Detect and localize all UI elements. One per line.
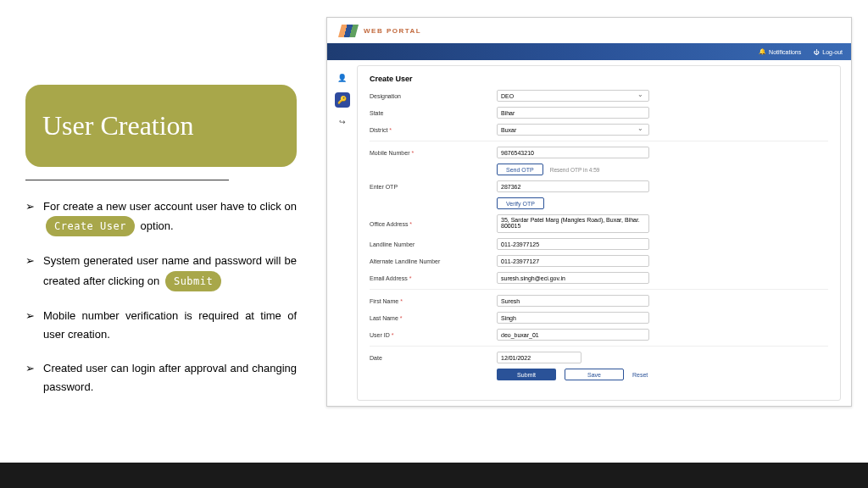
create-user-pill: Create User [46, 216, 135, 236]
logout-link[interactable]: ⏻ Log-out [814, 49, 843, 55]
state-label: State [370, 110, 497, 116]
userid-label: User ID * [370, 332, 497, 338]
office-input[interactable]: 35, Sardar Patel Marg (Mangles Road), Bu… [497, 214, 649, 233]
instruction-list: For create a new user account user have … [25, 197, 297, 396]
user-icon[interactable]: 👤 [335, 70, 350, 86]
page-title: User Creation [42, 110, 280, 141]
designation-select[interactable]: DEO [497, 90, 649, 102]
key-icon[interactable]: 🔑 [335, 92, 350, 108]
designation-label: Designation [370, 93, 497, 99]
power-icon: ⏻ [814, 49, 820, 55]
form-title: Create User [370, 75, 828, 83]
title-underline [25, 180, 229, 180]
bottom-bar [0, 463, 868, 488]
resend-timer: Resend OTP in 4:59 [550, 167, 600, 173]
mobile-input[interactable]: 9876543210 [497, 147, 649, 158]
email-input[interactable]: suresh.singh@eci.gov.in [497, 272, 649, 284]
verify-otp-button[interactable]: Verify OTP [497, 197, 544, 209]
landline-input[interactable]: 011-23977125 [497, 238, 649, 250]
district-select[interactable]: Buxar [497, 124, 649, 136]
logo-icon [338, 25, 359, 37]
mobile-label: Mobile Number * [370, 150, 497, 156]
otp-label: Enter OTP [370, 184, 497, 190]
date-input[interactable]: 12/01/2022 [497, 352, 581, 363]
email-label: Email Address * [370, 275, 497, 281]
instruction-text: Mobile number verification is required a… [43, 307, 297, 344]
send-otp-button[interactable]: Send OTP [497, 164, 543, 175]
instruction-item: Mobile number verification is required a… [25, 307, 297, 344]
logout-label: Log-out [822, 49, 843, 55]
alt-landline-label: Alternate Landline Number [370, 258, 497, 264]
state-input[interactable]: Bihar [497, 107, 649, 119]
title-box: User Creation [25, 85, 297, 167]
portal-header: WEB PORTAL [327, 18, 851, 43]
divider [370, 141, 828, 141]
firstname-label: First Name * [370, 298, 497, 304]
save-button[interactable]: Save [565, 369, 624, 380]
notifications-label: Notifications [769, 49, 801, 55]
instruction-text: For create a new user account user have … [43, 200, 297, 213]
instruction-text: Created user can login after approval an… [43, 359, 297, 396]
instruction-item: Created user can login after approval an… [25, 359, 297, 396]
instruction-panel: User Creation For create a new user acco… [25, 85, 297, 412]
portal-frame: WEB PORTAL 🔔 Notifications ⏻ Log-out 👤 🔑… [326, 17, 852, 407]
instruction-item: For create a new user account user have … [25, 197, 297, 236]
divider [370, 289, 828, 290]
office-label: Office Address * [370, 221, 497, 227]
submit-button[interactable]: Submit [497, 369, 556, 380]
portal-body: 👤 🔑 ↪ Create User Designation DEO State … [327, 60, 851, 406]
submit-pill: Submit [165, 271, 221, 291]
instruction-text: option. [141, 219, 174, 232]
otp-input[interactable]: 287362 [497, 180, 649, 192]
sidebar: 👤 🔑 ↪ [327, 60, 357, 406]
notifications-link[interactable]: 🔔 Notifications [759, 48, 801, 55]
alt-landline-input[interactable]: 011-23977127 [497, 255, 649, 267]
bell-icon: 🔔 [759, 48, 766, 55]
lastname-label: Last Name * [370, 315, 497, 321]
portal-brand: WEB PORTAL [364, 27, 421, 35]
district-label: District * [370, 127, 497, 133]
lastname-input[interactable]: Singh [497, 312, 649, 324]
instruction-item: System generated user name and password … [25, 252, 297, 291]
divider [370, 346, 828, 347]
userid-input[interactable]: deo_buxar_01 [497, 329, 649, 341]
reset-link[interactable]: Reset [632, 372, 648, 378]
landline-label: Landline Number [370, 241, 497, 247]
top-nav-bar: 🔔 Notifications ⏻ Log-out [327, 43, 851, 60]
firstname-input[interactable]: Suresh [497, 295, 649, 307]
exit-icon[interactable]: ↪ [335, 114, 350, 130]
date-label: Date [370, 355, 497, 361]
create-user-form: Create User Designation DEO State Bihar … [357, 65, 841, 401]
